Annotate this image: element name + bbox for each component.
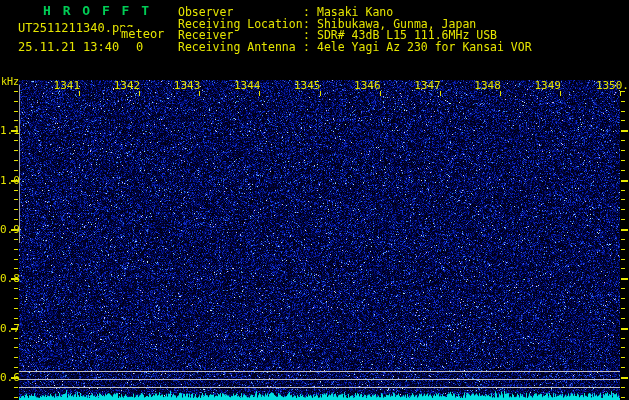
info-value: 4ele Yagi Az 230 for Kansai VOR: [317, 40, 532, 54]
app-title: H R O F F T: [43, 3, 151, 18]
info-row-antenna: Receiving Antenna:4ele Yagi Az 230 for K…: [178, 40, 628, 52]
y-axis-unit-label: kHz: [1, 76, 19, 87]
echo-count: 0: [136, 40, 143, 54]
output-filename: UT2511211340.png: [18, 21, 134, 35]
hrofft-window: H R O F F T UT2511211340.png meteor 25.1…: [0, 0, 629, 400]
station-name: meteor: [121, 27, 164, 41]
info-label: Receiving Antenna: [178, 40, 296, 54]
spectrogram-canvas: [0, 0, 629, 400]
observation-datetime: 25.11.21 13:40: [18, 40, 119, 54]
info-row-location: Receiving Location:Shibukawa, Gunma, Jap…: [178, 17, 628, 29]
info-row-receiver: Receiver:SDR# 43dB L15 111.6MHz USB: [178, 28, 628, 40]
info-separator: :: [303, 40, 310, 54]
info-row-observer: Observer:Masaki Kano: [178, 5, 628, 17]
